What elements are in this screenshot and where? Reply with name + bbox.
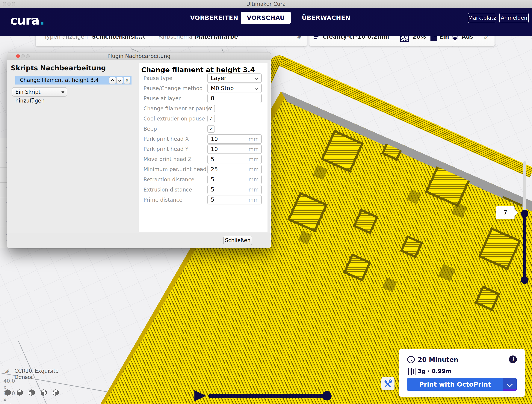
field-row: Extrusion distance5mm [139, 185, 267, 195]
field-unit: mm [248, 167, 259, 173]
field-unit: mm [248, 146, 259, 152]
tab-prepare[interactable]: VORBEREITEN [190, 12, 229, 24]
view-cube-solid-button[interactable] [5, 389, 11, 397]
field-label: Park print head X [144, 136, 189, 142]
chevron-down-icon [118, 78, 121, 82]
layer-slider-track[interactable] [523, 161, 526, 214]
field-row: Park print head X10mm [139, 134, 267, 144]
view-cube-left-button[interactable] [40, 389, 47, 397]
remove-script-button[interactable]: × [124, 77, 130, 84]
checkbox[interactable]: ✓ [207, 115, 215, 122]
view-cube-front-icon [17, 389, 23, 396]
qr-pattern-block [313, 165, 328, 180]
number-field[interactable]: 10mm [207, 134, 262, 144]
dropdown-arrow-icon [61, 91, 64, 93]
close-dialog-button[interactable]: Schließen [223, 236, 252, 245]
field-label: Retraction distance [144, 177, 194, 183]
field-value: 25 [211, 166, 218, 173]
checkbox[interactable]: ✓ [207, 105, 215, 112]
qr-pattern-block [478, 227, 521, 270]
qr-pattern-block [287, 192, 328, 232]
select-field[interactable]: M0 Stop [207, 83, 262, 93]
field-label: Extrusion distance [144, 187, 192, 193]
sign-in-button[interactable]: Anmelden [499, 13, 529, 23]
view-cube-left-icon [40, 389, 47, 396]
clock-icon [407, 355, 415, 364]
simulation-slider-knob[interactable] [322, 391, 332, 400]
marketplace-button[interactable]: Marktplatz [468, 13, 496, 23]
script-list-item-selected[interactable]: Change filament at height 3.4 × [15, 76, 132, 84]
tab-preview[interactable]: VORSCHAU [241, 12, 291, 24]
select-field[interactable]: Layer [207, 73, 262, 83]
field-unit: mm [248, 197, 259, 203]
rename-object-icon[interactable]: ✎ [5, 367, 10, 375]
field-unit: mm [248, 156, 259, 162]
layer-slider-upper-handle[interactable] [521, 210, 528, 217]
field-label: Pause/Change method [144, 85, 203, 91]
number-field[interactable]: 25mm [207, 165, 262, 174]
field-label: Cool extruder on pause [144, 115, 205, 122]
chevron-up-icon [111, 79, 114, 83]
field-unit: mm [248, 136, 259, 142]
field-row: Pause at layer8 [139, 93, 267, 103]
view-cube-solid-icon [5, 389, 11, 396]
qr-pattern-block [382, 277, 397, 292]
qr-pattern-block [321, 130, 364, 173]
layer-slider-lower-handle[interactable] [521, 276, 528, 284]
filament-icon [408, 368, 416, 375]
number-field[interactable]: 5mm [207, 185, 262, 194]
qr-pattern-block [438, 264, 455, 281]
wrench-icon [384, 379, 392, 388]
print-button-dropdown[interactable] [503, 378, 517, 391]
script-settings-panel: Change filament at height 3.4 Pause type… [139, 63, 267, 232]
view-cube-top-icon [28, 389, 35, 396]
info-icon[interactable]: i [509, 355, 517, 363]
field-label: Park print head Y [144, 146, 189, 152]
field-row: Prime distance5mm [139, 195, 267, 205]
view-cube-top-button[interactable] [28, 389, 35, 397]
layer-slider-range[interactable] [523, 214, 526, 280]
field-unit: mm [248, 177, 259, 183]
number-field[interactable]: 8 [207, 94, 262, 103]
field-row: Minimum par...rint head Z25mm [139, 164, 267, 174]
app-header: cura. VORBEREITEN VORSCHAU ÜBERWACHEN Ma… [0, 8, 532, 36]
field-unit: mm [248, 187, 259, 193]
field-label: Beep [144, 126, 157, 132]
number-field[interactable]: 10mm [207, 144, 262, 154]
material-usage: 3g · 0.99m [418, 368, 451, 374]
field-value: M0 Stop [211, 85, 234, 91]
chevron-down-icon [254, 86, 259, 90]
simulation-slider-track[interactable] [208, 394, 327, 398]
tab-monitor[interactable]: ÜBERWACHEN [302, 12, 341, 24]
view-cube-right-button[interactable] [52, 389, 59, 397]
dialog-titlebar: Plugin Nachbearbeitung [7, 52, 271, 60]
view-cube-right-icon [52, 389, 59, 396]
chevron-down-icon [507, 381, 513, 387]
add-script-dropdown[interactable]: Ein Skript hinzufügen [12, 87, 67, 96]
field-value: 10 [211, 136, 218, 142]
monitor-settings-button[interactable] [381, 377, 394, 390]
play-icon[interactable] [194, 390, 206, 401]
number-field[interactable]: 5mm [207, 195, 262, 205]
qr-pattern-block [475, 285, 500, 311]
field-row: Retraction distance5mm [139, 174, 267, 185]
object-name: CCR10_Exquisite Densor [14, 368, 59, 380]
cura-logo: cura. [10, 13, 44, 27]
close-icon: × [125, 78, 129, 83]
window-titlebar: Ultimaker Cura [0, 0, 532, 8]
chevron-down-icon [254, 76, 259, 80]
field-label: Pause at layer [144, 95, 181, 102]
print-with-octoprint-button[interactable]: Print with OctoPrint [407, 378, 517, 391]
field-row: Pause/Change methodM0 Stop [139, 83, 267, 93]
number-field[interactable]: 5mm [207, 175, 262, 184]
move-script-down-button[interactable] [116, 77, 123, 84]
view-cube-front-button[interactable] [17, 389, 23, 397]
checkbox[interactable]: ✓ [207, 125, 215, 133]
field-row: Move print head Z5mm [139, 154, 267, 164]
number-field[interactable]: 5mm [207, 154, 262, 164]
field-value: 8 [211, 95, 214, 102]
field-value: 5 [211, 196, 214, 203]
move-script-up-button[interactable] [109, 77, 116, 84]
qr-pattern-block [298, 231, 312, 244]
print-time: 20 Minuten [418, 356, 458, 363]
